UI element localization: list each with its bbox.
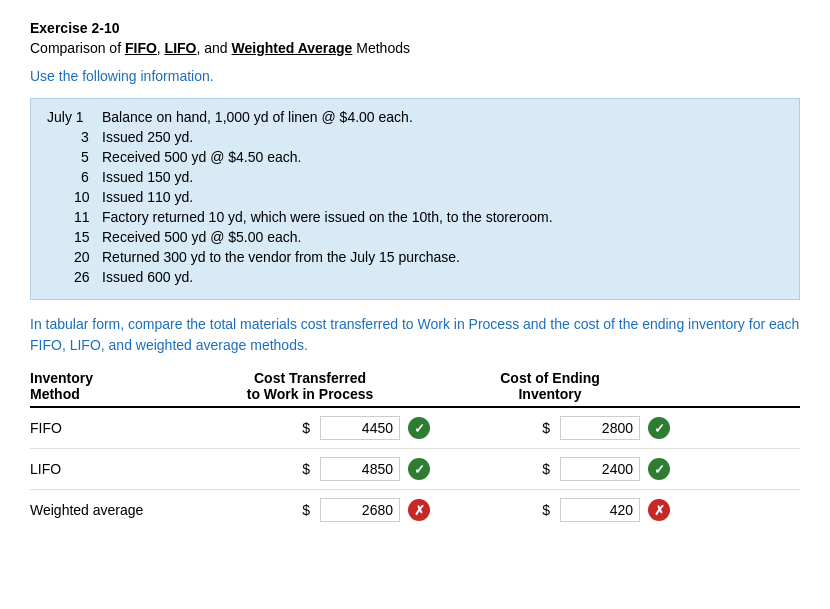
transferred-fifo-cell: $ ✓ bbox=[190, 416, 430, 440]
ending-fifo-cell: $ ✓ bbox=[430, 416, 670, 440]
text-26: Issued 600 yd. bbox=[102, 269, 783, 285]
text-5: Received 500 yd @ $4.50 each. bbox=[102, 149, 783, 165]
wrong-icon: ✗ bbox=[408, 499, 430, 521]
dollar-sign: $ bbox=[302, 420, 310, 436]
dollar-sign: $ bbox=[542, 420, 550, 436]
col-ending-line1: Cost of Ending bbox=[430, 370, 670, 386]
col-ending-header: Cost of Ending Inventory bbox=[430, 370, 670, 402]
table-row: FIFO $ ✓ $ ✓ bbox=[30, 408, 800, 449]
lifo-label: LIFO bbox=[165, 40, 197, 56]
table-header-row1: Inventory Method Cost Transferred to Wor… bbox=[30, 370, 800, 408]
col-method-line1: Inventory bbox=[30, 370, 190, 386]
date-15: 15 bbox=[47, 229, 102, 245]
info-row-7: 15 Received 500 yd @ $5.00 each. bbox=[47, 229, 783, 245]
date-3: 3 bbox=[47, 129, 102, 145]
date-5: 5 bbox=[47, 149, 102, 165]
dollar-sign: $ bbox=[302, 502, 310, 518]
exercise-title: Exercise 2-10 bbox=[30, 20, 800, 36]
text-11: Factory returned 10 yd, which were issue… bbox=[102, 209, 783, 225]
ending-wavg-input[interactable] bbox=[560, 498, 640, 522]
transferred-lifo-cell: $ ✓ bbox=[190, 457, 430, 481]
info-row-1: July 1 Balance on hand, 1,000 yd of line… bbox=[47, 109, 783, 125]
paragraph: In tabular form, compare the total mater… bbox=[30, 314, 800, 356]
instruction: Use the following information. bbox=[30, 68, 800, 84]
method-weighted-avg: Weighted average bbox=[30, 502, 190, 518]
col-method-header: Inventory Method bbox=[30, 370, 190, 402]
correct-icon: ✓ bbox=[648, 417, 670, 439]
info-row-9: 26 Issued 600 yd. bbox=[47, 269, 783, 285]
info-box: July 1 Balance on hand, 1,000 yd of line… bbox=[30, 98, 800, 300]
exercise-container: Exercise 2-10 Comparison of FIFO, LIFO, … bbox=[30, 20, 800, 530]
info-row-3: 5 Received 500 yd @ $4.50 each. bbox=[47, 149, 783, 165]
table-row: Weighted average $ ✗ $ ✗ bbox=[30, 490, 800, 530]
info-row-2: 3 Issued 250 yd. bbox=[47, 129, 783, 145]
correct-icon: ✓ bbox=[408, 458, 430, 480]
table-row: LIFO $ ✓ $ ✓ bbox=[30, 449, 800, 490]
weighted-avg-label: Weighted Average bbox=[232, 40, 353, 56]
method-lifo: LIFO bbox=[30, 461, 190, 477]
text-10: Issued 110 yd. bbox=[102, 189, 783, 205]
col-transferred-header: Cost Transferred to Work in Process bbox=[190, 370, 430, 402]
date-july1: July 1 bbox=[47, 109, 102, 125]
col-method-line2: Method bbox=[30, 386, 190, 402]
transferred-lifo-input[interactable] bbox=[320, 457, 400, 481]
col-transferred-line1: Cost Transferred bbox=[190, 370, 430, 386]
method-fifo: FIFO bbox=[30, 420, 190, 436]
date-11: 11 bbox=[47, 209, 102, 225]
text-july1: Balance on hand, 1,000 yd of linen @ $4.… bbox=[102, 109, 783, 125]
dollar-sign: $ bbox=[542, 502, 550, 518]
col-ending-line2: Inventory bbox=[430, 386, 670, 402]
transferred-wavg-input[interactable] bbox=[320, 498, 400, 522]
info-row-6: 11 Factory returned 10 yd, which were is… bbox=[47, 209, 783, 225]
text-15: Received 500 yd @ $5.00 each. bbox=[102, 229, 783, 245]
ending-lifo-input[interactable] bbox=[560, 457, 640, 481]
fifo-label: FIFO bbox=[125, 40, 157, 56]
ending-wavg-cell: $ ✗ bbox=[430, 498, 670, 522]
date-6: 6 bbox=[47, 169, 102, 185]
info-row-8: 20 Returned 300 yd to the vendor from th… bbox=[47, 249, 783, 265]
info-row-4: 6 Issued 150 yd. bbox=[47, 169, 783, 185]
info-row-5: 10 Issued 110 yd. bbox=[47, 189, 783, 205]
wrong-icon: ✗ bbox=[648, 499, 670, 521]
date-26: 26 bbox=[47, 269, 102, 285]
ending-lifo-cell: $ ✓ bbox=[430, 457, 670, 481]
dollar-sign: $ bbox=[302, 461, 310, 477]
results-table: Inventory Method Cost Transferred to Wor… bbox=[30, 370, 800, 530]
correct-icon: ✓ bbox=[648, 458, 670, 480]
transferred-wavg-cell: $ ✗ bbox=[190, 498, 430, 522]
col-transferred-line2: to Work in Process bbox=[190, 386, 430, 402]
date-10: 10 bbox=[47, 189, 102, 205]
text-3: Issued 250 yd. bbox=[102, 129, 783, 145]
date-20: 20 bbox=[47, 249, 102, 265]
subtitle: Comparison of FIFO, LIFO, and Weighted A… bbox=[30, 40, 800, 56]
dollar-sign: $ bbox=[542, 461, 550, 477]
transferred-fifo-input[interactable] bbox=[320, 416, 400, 440]
text-6: Issued 150 yd. bbox=[102, 169, 783, 185]
text-20: Returned 300 yd to the vendor from the J… bbox=[102, 249, 783, 265]
correct-icon: ✓ bbox=[408, 417, 430, 439]
ending-fifo-input[interactable] bbox=[560, 416, 640, 440]
